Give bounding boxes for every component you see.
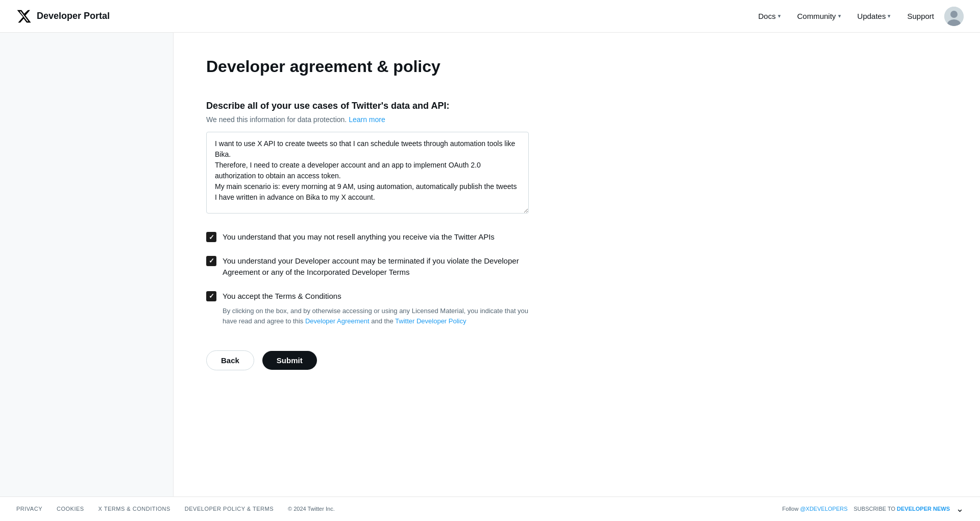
footer-follow-prefix: Follow	[782, 506, 799, 512]
checkbox-resell[interactable]	[206, 232, 216, 242]
footer: Privacy Cookies X Terms & Conditions Dev…	[0, 496, 980, 520]
nav-docs-label: Docs	[758, 12, 776, 20]
site-title: Developer Portal	[37, 11, 110, 21]
footer-subscribe-prefix: Subscribe to	[854, 506, 896, 512]
footer-subscribe-link[interactable]: Developer News	[897, 506, 950, 512]
checkboxes-section: You understand that you may not resell a…	[206, 231, 529, 326]
nav-support-label: Support	[907, 12, 934, 20]
footer-follow-link[interactable]: @XDEVELOPERS	[800, 506, 847, 512]
chevron-down-icon: ▾	[778, 13, 781, 19]
checkbox-item-terminate: You understand your Developer account ma…	[206, 255, 529, 278]
footer-privacy-link[interactable]: Privacy	[16, 506, 42, 512]
nav-item-support[interactable]: Support	[901, 8, 940, 25]
main-content: Developer agreement & policy Describe al…	[174, 33, 561, 496]
checkbox-terminate[interactable]	[206, 256, 216, 266]
sidebar	[0, 33, 174, 496]
checkbox-item-resell: You understand that you may not resell a…	[206, 231, 529, 243]
svg-point-1	[950, 11, 958, 18]
terms-note: By clicking on the box, and by otherwise…	[206, 306, 529, 326]
learn-more-link[interactable]: Learn more	[349, 115, 385, 124]
page-title: Developer agreement & policy	[206, 57, 529, 76]
submit-button[interactable]: Submit	[262, 351, 317, 370]
page-layout: Developer agreement & policy Describe al…	[0, 33, 980, 496]
back-button[interactable]: Back	[206, 350, 254, 370]
footer-follow: Follow @XDEVELOPERS	[782, 506, 848, 512]
nav-item-community[interactable]: Community ▾	[791, 8, 847, 25]
checkbox-item-terms: You accept the Terms & Conditions	[206, 291, 529, 302]
nav-left: Developer Portal	[16, 9, 110, 24]
nav-updates-label: Updates	[857, 12, 886, 20]
x-logo-icon	[16, 9, 32, 24]
section-title: Describe all of your use cases of Twitte…	[206, 101, 529, 111]
footer-right: Follow @XDEVELOPERS Subscribe to Develop…	[782, 503, 964, 514]
footer-copyright: © 2024 Twitter Inc.	[288, 506, 335, 512]
nav-community-label: Community	[797, 12, 836, 20]
and-the-text: and the	[371, 317, 393, 325]
checkbox-terminate-label: You understand your Developer account ma…	[223, 255, 529, 278]
nav-item-docs[interactable]: Docs ▾	[752, 8, 787, 25]
avatar-icon	[944, 7, 964, 26]
footer-terms-link[interactable]: X Terms & Conditions	[99, 506, 170, 512]
developer-agreement-link[interactable]: Developer Agreement	[305, 317, 370, 325]
checkbox-terms-label: You accept the Terms & Conditions	[223, 291, 341, 302]
checkbox-terms-group: You accept the Terms & Conditions By cli…	[206, 291, 529, 326]
chevron-up-icon[interactable]: ⌄	[956, 503, 964, 514]
subtitle-text: We need this information for data protec…	[206, 115, 347, 124]
footer-links: Privacy Cookies X Terms & Conditions Dev…	[16, 506, 335, 512]
checkbox-terms[interactable]	[206, 291, 216, 301]
twitter-policy-link[interactable]: Twitter Developer Policy	[395, 317, 466, 325]
nav-item-updates[interactable]: Updates ▾	[851, 8, 897, 25]
chevron-down-icon: ▾	[888, 13, 891, 19]
navbar: Developer Portal Docs ▾ Community ▾ Upda…	[0, 0, 980, 33]
footer-devpolicy-link[interactable]: Developer Policy & Terms	[185, 506, 274, 512]
use-case-section: Describe all of your use cases of Twitte…	[206, 101, 529, 215]
footer-cookies-link[interactable]: Cookies	[57, 506, 84, 512]
chevron-down-icon: ▾	[838, 13, 841, 19]
avatar[interactable]	[944, 7, 964, 26]
footer-subscribe: Subscribe to Developer News	[854, 506, 950, 512]
nav-right: Docs ▾ Community ▾ Updates ▾ Support	[752, 7, 964, 26]
section-subtitle: We need this information for data protec…	[206, 115, 529, 124]
buttons-row: Back Submit	[206, 350, 529, 370]
use-case-textarea[interactable]	[206, 132, 529, 214]
checkbox-resell-label: You understand that you may not resell a…	[223, 231, 495, 243]
